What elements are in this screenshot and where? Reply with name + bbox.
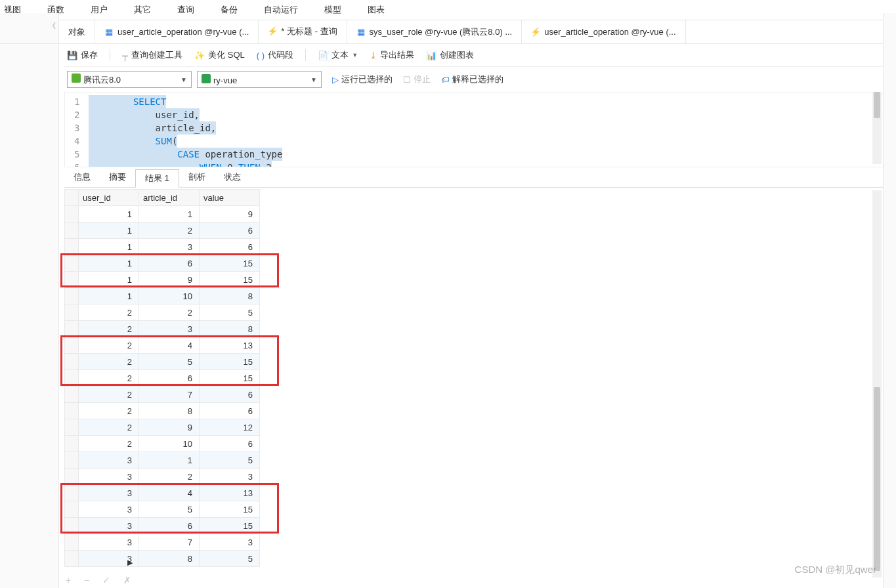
- menu-用户[interactable]: 用户: [87, 3, 112, 17]
- row-header[interactable]: [65, 304, 79, 321]
- cell[interactable]: 1: [79, 255, 139, 272]
- row-header[interactable]: [65, 370, 79, 387]
- row-header[interactable]: [65, 387, 79, 403]
- cell[interactable]: 10: [139, 288, 200, 304]
- cell[interactable]: 3: [79, 534, 139, 551]
- tab[interactable]: ⚡user_article_operation @ry-vue (...: [522, 20, 685, 43]
- tab[interactable]: 对象: [59, 20, 95, 43]
- cell[interactable]: 2: [79, 354, 139, 370]
- cell[interactable]: 2: [79, 321, 139, 337]
- cell[interactable]: 4: [139, 337, 200, 354]
- row-header[interactable]: [65, 239, 79, 255]
- table-row[interactable]: 1915: [65, 272, 260, 288]
- cell[interactable]: 6: [139, 518, 200, 534]
- cell[interactable]: 3: [200, 534, 260, 551]
- code-area[interactable]: SELECT user_id, article_id, SUM( CASE op…: [89, 93, 890, 167]
- table-row[interactable]: 119: [65, 206, 260, 222]
- row-header[interactable]: [65, 354, 79, 370]
- explain-button[interactable]: 🏷解释已选择的: [441, 74, 503, 85]
- row-header[interactable]: [65, 288, 79, 304]
- cell[interactable]: 2: [79, 304, 139, 321]
- cell[interactable]: 6: [139, 370, 200, 387]
- result-tab[interactable]: 信息: [64, 169, 100, 187]
- row-header[interactable]: [65, 403, 79, 419]
- col-header[interactable]: article_id: [139, 190, 200, 206]
- result-tab[interactable]: 剖析: [179, 169, 215, 187]
- cell[interactable]: 1: [79, 206, 139, 222]
- row-header[interactable]: [65, 452, 79, 469]
- row-header[interactable]: [65, 222, 79, 239]
- cell[interactable]: 15: [200, 370, 260, 387]
- cell[interactable]: 15: [200, 518, 260, 534]
- result-tab[interactable]: 摘要: [100, 169, 135, 187]
- row-header[interactable]: [65, 501, 79, 518]
- cell[interactable]: 2: [79, 387, 139, 403]
- row-header[interactable]: [65, 485, 79, 501]
- menu-模型[interactable]: 模型: [320, 3, 345, 17]
- menu-查询[interactable]: 查询: [173, 3, 198, 17]
- cell[interactable]: 6: [200, 436, 260, 452]
- cell[interactable]: 8: [139, 551, 200, 567]
- row-header[interactable]: [65, 436, 79, 452]
- table-row[interactable]: 3515: [65, 501, 260, 518]
- cell[interactable]: 8: [200, 288, 260, 304]
- cell[interactable]: 9: [200, 206, 260, 222]
- cell[interactable]: 1: [139, 206, 200, 222]
- cell[interactable]: 10: [139, 436, 200, 452]
- cell[interactable]: 7: [139, 534, 200, 551]
- cell[interactable]: 5: [139, 501, 200, 518]
- cell[interactable]: 2: [139, 469, 200, 485]
- result-table[interactable]: user_idarticle_idvalue119126136161519151…: [64, 189, 260, 567]
- row-header[interactable]: [65, 469, 79, 485]
- cell[interactable]: 6: [200, 239, 260, 255]
- cell[interactable]: 2: [79, 337, 139, 354]
- table-row[interactable]: 286: [65, 403, 260, 419]
- table-row[interactable]: 2106: [65, 436, 260, 452]
- run-selected-button[interactable]: ▷运行已选择的: [332, 74, 393, 85]
- cell[interactable]: 1: [79, 288, 139, 304]
- cell[interactable]: 8: [200, 321, 260, 337]
- cell[interactable]: 6: [200, 222, 260, 239]
- cell[interactable]: 15: [200, 501, 260, 518]
- cell[interactable]: 9: [139, 419, 200, 436]
- col-header[interactable]: value: [200, 190, 260, 206]
- col-header[interactable]: user_id: [79, 190, 139, 206]
- table-row[interactable]: 2615: [65, 370, 260, 387]
- sql-editor[interactable]: 123456 SELECT user_id, article_id, SUM( …: [64, 92, 891, 167]
- table-row[interactable]: 1108: [65, 288, 260, 304]
- cell[interactable]: 3: [79, 501, 139, 518]
- cell[interactable]: 12: [200, 419, 260, 436]
- cell[interactable]: 2: [79, 419, 139, 436]
- server-select[interactable]: 腾讯云8.0 ▼: [67, 71, 192, 88]
- table-row[interactable]: 126: [65, 222, 260, 239]
- text-button[interactable]: 📄文本 ▼: [318, 49, 358, 61]
- snippet-button[interactable]: ( )代码段: [257, 49, 293, 61]
- row-header[interactable]: [65, 419, 79, 436]
- cell[interactable]: 7: [139, 387, 200, 403]
- table-row[interactable]: 3615: [65, 518, 260, 534]
- table-row[interactable]: 276: [65, 387, 260, 403]
- database-select[interactable]: ry-vue ▼: [197, 71, 322, 88]
- tab[interactable]: ▦sys_user_role @ry-vue (腾讯云8.0) ...: [347, 20, 523, 43]
- table-row[interactable]: 2515: [65, 354, 260, 370]
- row-header[interactable]: [65, 272, 79, 288]
- cell[interactable]: 1: [79, 222, 139, 239]
- cell[interactable]: 6: [139, 255, 200, 272]
- cell[interactable]: 9: [139, 272, 200, 288]
- cell[interactable]: 1: [79, 239, 139, 255]
- cell[interactable]: 15: [200, 354, 260, 370]
- cell[interactable]: 3: [139, 321, 200, 337]
- cell[interactable]: 15: [200, 272, 260, 288]
- row-header[interactable]: [65, 255, 79, 272]
- cell[interactable]: 8: [139, 403, 200, 419]
- table-row[interactable]: 1615: [65, 255, 260, 272]
- result-tab[interactable]: 结果 1: [135, 169, 179, 188]
- cell[interactable]: 2: [139, 222, 200, 239]
- menu-图表[interactable]: 图表: [364, 3, 389, 17]
- grid-scrollbar[interactable]: [872, 190, 882, 578]
- table-row[interactable]: 225: [65, 304, 260, 321]
- cell[interactable]: 6: [200, 387, 260, 403]
- footer-icons[interactable]: + − ✓ ✗: [66, 575, 137, 585]
- table-row[interactable]: 238: [65, 321, 260, 337]
- row-header[interactable]: [65, 321, 79, 337]
